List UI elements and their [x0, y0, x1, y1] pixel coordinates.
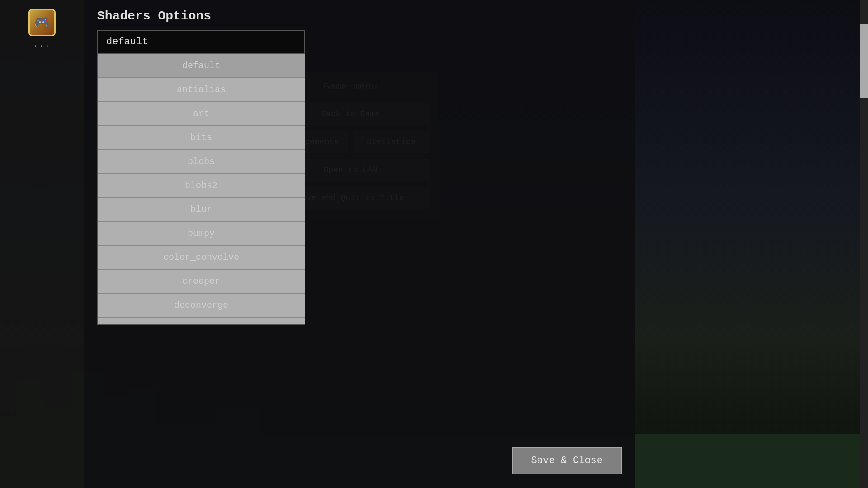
shader-dropdown-list: default antialias art bits blobs blobs2 …	[97, 54, 305, 325]
shader-option-color-convolve[interactable]: color_convolve	[98, 246, 305, 270]
sidebar-icon[interactable]: 🎮	[28, 9, 56, 36]
shader-option-deconverge[interactable]: deconverge	[98, 294, 305, 318]
shader-option-bits[interactable]: bits	[98, 126, 305, 150]
shaders-options-title: Shaders Options	[84, 0, 635, 30]
shader-option-blobs[interactable]: blobs	[98, 150, 305, 174]
left-sidebar: 🎮 ...	[0, 0, 84, 488]
save-close-button[interactable]: Save & Close	[512, 447, 622, 474]
main-scrollbar[interactable]	[860, 0, 868, 488]
shader-dropdown-container: default default antialias art bits blobs…	[97, 30, 305, 54]
shader-option-art[interactable]: art	[98, 102, 305, 126]
shader-option-bumpy[interactable]: bumpy	[98, 222, 305, 246]
selected-shader-label: default	[106, 36, 148, 47]
shader-option-antialias[interactable]: antialias	[98, 78, 305, 102]
shader-option-creeper[interactable]: creeper	[98, 270, 305, 294]
shader-option-desaturate[interactable]: desaturate	[98, 318, 305, 325]
scrollbar-thumb[interactable]	[860, 24, 868, 98]
shader-option-default[interactable]: default	[98, 54, 305, 78]
shaders-panel: Shaders Options default default antialia…	[84, 0, 635, 488]
shader-dropdown-selected[interactable]: default	[97, 30, 305, 54]
shader-option-blur[interactable]: blur	[98, 198, 305, 222]
shader-option-blobs2[interactable]: blobs2	[98, 174, 305, 198]
sidebar-dots: ...	[33, 40, 50, 49]
